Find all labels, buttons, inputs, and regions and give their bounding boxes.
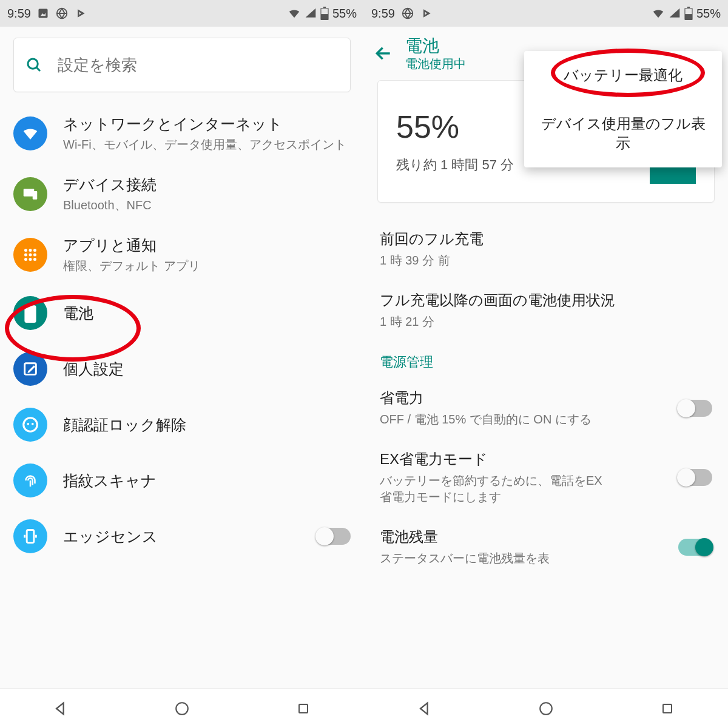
clock-text: 9:59 xyxy=(371,7,395,21)
status-bar: 9:59 55% xyxy=(0,0,364,27)
svg-rect-27 xyxy=(27,530,34,543)
svg-rect-6 xyxy=(323,7,326,8)
row-battery-percent-title: 電池残量 xyxy=(380,527,550,547)
page-title: 電池 xyxy=(405,35,466,56)
svg-rect-0 xyxy=(38,9,47,18)
edit-icon xyxy=(13,352,47,386)
ex-power-saver-toggle[interactable] xyxy=(678,469,712,486)
row-screen-usage-title: フル充電以降の画面の電池使用状況 xyxy=(380,291,615,310)
row-ex-power-saver[interactable]: EX省電力モードバッテリーを節約するために、電話をEX省電力モードにします xyxy=(364,439,728,516)
menu-full-usage[interactable]: デバイス使用量のフル表示 xyxy=(524,99,722,167)
row-ex-power-saver-title: EX省電力モード xyxy=(380,450,610,469)
svg-point-8 xyxy=(28,59,38,69)
item-battery[interactable]: 電池 xyxy=(0,285,364,341)
item-face[interactable]: 顔認証ロック解除 xyxy=(0,397,364,453)
apps-icon xyxy=(13,238,47,272)
row-battery-percent-sub: ステータスバーに電池残量を表 xyxy=(380,550,550,567)
svg-marker-3 xyxy=(78,9,85,17)
svg-point-41 xyxy=(540,703,552,715)
wifi-icon xyxy=(652,7,665,20)
row-last-full-charge-sub: 1 時 39 分 前 xyxy=(380,252,484,269)
svg-rect-37 xyxy=(687,7,690,8)
item-personal-title: 個人設定 xyxy=(63,359,124,379)
item-personal[interactable]: 個人設定 xyxy=(0,341,364,397)
item-edge-title: エッジセンス xyxy=(63,527,158,547)
svg-rect-7 xyxy=(321,8,328,14)
nav-recent[interactable] xyxy=(655,696,679,721)
item-devices-title: デバイス接続 xyxy=(63,175,157,195)
item-network[interactable]: ネットワークとインターネットWi-Fi、モバイル、データ使用量、アクセスポイント xyxy=(0,103,364,164)
row-screen-usage[interactable]: フル充電以降の画面の電池使用状況1 時 21 分 xyxy=(364,280,728,341)
signal-icon xyxy=(669,7,681,19)
svg-rect-32 xyxy=(299,704,308,713)
item-face-title: 顔認証ロック解除 xyxy=(63,415,186,435)
status-bar: 9:59 55% xyxy=(364,0,728,27)
battery-percent-text: 55% xyxy=(696,7,721,21)
svg-point-25 xyxy=(27,423,29,425)
svg-point-24 xyxy=(24,418,38,432)
nav-back[interactable] xyxy=(413,696,437,721)
svg-rect-38 xyxy=(685,8,692,14)
nav-back[interactable] xyxy=(49,696,73,721)
nav-recent[interactable] xyxy=(291,696,315,721)
row-screen-usage-sub: 1 時 21 分 xyxy=(380,314,610,330)
row-battery-percent[interactable]: 電池残量ステータスバーに電池残量を表 xyxy=(364,516,728,578)
svg-point-12 xyxy=(24,249,27,252)
item-network-title: ネットワークとインターネット xyxy=(63,114,346,134)
wifi-icon xyxy=(13,116,47,150)
nav-bar xyxy=(0,689,364,728)
overflow-menu: バッテリー最適化 デバイス使用量のフル表示 xyxy=(524,51,722,167)
row-power-saver-title: 省電力 xyxy=(380,388,592,408)
svg-marker-30 xyxy=(56,703,64,715)
battery-percent: 55% xyxy=(396,109,514,145)
power-saver-toggle[interactable] xyxy=(678,400,712,417)
svg-point-15 xyxy=(24,254,27,257)
signal-icon xyxy=(305,7,317,19)
settings-screen: 9:59 55% 設定を検索 ネットワークとインターネットWi-Fi、モバイル、… xyxy=(0,0,364,728)
svg-point-19 xyxy=(29,258,32,261)
svg-point-14 xyxy=(33,249,36,252)
edge-toggle[interactable] xyxy=(317,528,351,545)
row-power-saver[interactable]: 省電力OFF / 電池 15% で自動的に ON にする xyxy=(364,377,728,439)
svg-marker-35 xyxy=(670,8,680,18)
image-icon xyxy=(37,7,49,19)
item-network-sub: Wi-Fi、モバイル、データ使用量、アクセスポイント xyxy=(63,136,346,153)
play-icon xyxy=(75,7,87,19)
nav-bar xyxy=(364,689,728,728)
nav-home[interactable] xyxy=(534,696,558,721)
menu-battery-optimization[interactable]: バッテリー最適化 xyxy=(524,51,722,99)
svg-point-16 xyxy=(29,254,32,257)
svg-rect-21 xyxy=(24,305,36,323)
svg-point-20 xyxy=(33,258,36,261)
item-devices[interactable]: デバイス接続Bluetooth、NFC xyxy=(0,164,364,224)
battery-percent-text: 55% xyxy=(332,7,357,21)
aperture-icon xyxy=(401,7,414,20)
back-button[interactable] xyxy=(374,44,393,63)
battery-icon xyxy=(684,7,693,20)
svg-line-9 xyxy=(36,67,40,71)
svg-point-26 xyxy=(32,423,34,425)
battery-remaining: 残り約 1 時間 57 分 xyxy=(396,156,514,174)
svg-marker-40 xyxy=(420,703,428,715)
battery-percent-toggle[interactable] xyxy=(678,539,712,556)
item-edge[interactable]: エッジセンス xyxy=(0,508,364,564)
edge-icon xyxy=(13,519,47,553)
face-icon xyxy=(13,408,47,442)
row-last-full-charge[interactable]: 前回のフル充電1 時 39 分 前 xyxy=(364,218,728,280)
search-icon xyxy=(25,56,43,74)
item-apps-title: アプリと通知 xyxy=(63,235,200,255)
svg-point-18 xyxy=(24,258,27,261)
item-fingerprint-title: 指紋スキャナ xyxy=(63,471,157,491)
battery-icon xyxy=(320,7,329,20)
row-power-saver-sub: OFF / 電池 15% で自動的に ON にする xyxy=(380,411,592,428)
item-fingerprint[interactable]: 指紋スキャナ xyxy=(0,453,364,508)
svg-rect-10 xyxy=(24,189,35,197)
svg-marker-4 xyxy=(306,8,316,18)
svg-rect-11 xyxy=(33,191,38,200)
item-apps[interactable]: アプリと通知権限、デフォルト アプリ xyxy=(0,224,364,285)
nav-home[interactable] xyxy=(170,696,194,721)
svg-rect-42 xyxy=(663,704,672,713)
svg-point-31 xyxy=(176,703,188,715)
fingerprint-icon xyxy=(13,463,47,497)
search-settings[interactable]: 設定を検索 xyxy=(13,38,351,92)
